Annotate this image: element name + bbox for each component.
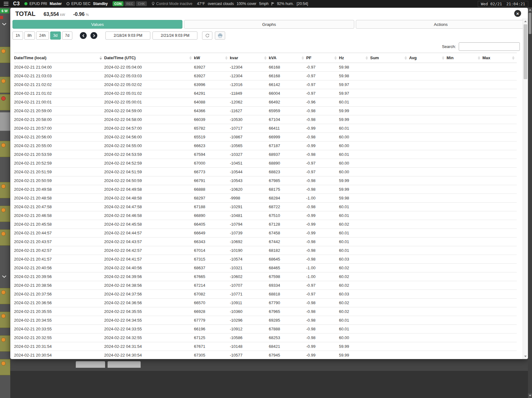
table-row[interactable]: 2024-02-21 20:51:592024-02-22 04:51:5966… (14, 168, 517, 176)
table-row[interactable]: 2024-02-21 20:42:572024-02-22 04:42:5767… (14, 246, 517, 255)
table-row[interactable]: 2024-02-21 20:36:562024-02-22 04:36:5666… (14, 299, 517, 307)
status-epud-sec: EPUD SEC Standby (66, 2, 108, 6)
background-tab[interactable] (108, 361, 141, 368)
table-cell: -12016 (230, 80, 269, 89)
table-row[interactable]: 2024-02-21 20:30:542024-02-22 04:30:5467… (14, 351, 517, 359)
dashboard-tile[interactable] (0, 335, 10, 352)
scroll-up-icon[interactable] (528, 7, 532, 12)
table-row[interactable]: 2024-02-21 20:31:542024-02-22 04:31:5467… (14, 342, 517, 351)
dashboard-tile[interactable] (0, 229, 10, 246)
table-row[interactable]: 2024-02-21 20:39:562024-02-22 04:39:5667… (14, 272, 517, 281)
range-button-1h[interactable]: 1h (12, 31, 23, 40)
next-button[interactable] (90, 32, 97, 39)
scroll-up-icon[interactable] (523, 19, 528, 24)
column-header-min[interactable]: Min (447, 53, 482, 63)
dashboard-tile[interactable] (0, 206, 10, 222)
table-row[interactable]: 2024-02-21 20:40:562024-02-22 04:40:5668… (14, 264, 517, 272)
app-logo[interactable]: C3 (13, 1, 20, 7)
column-header-hz[interactable]: Hz (339, 53, 370, 63)
table-row[interactable]: 2024-02-21 20:37:562024-02-22 04:37:5667… (14, 290, 517, 299)
table-cell: 67187 (269, 141, 306, 150)
table-row[interactable]: 2024-02-21 20:49:582024-02-22 04:49:5866… (14, 185, 517, 194)
dashboard-tile[interactable] (0, 182, 10, 198)
table-row[interactable]: 2024-02-21 20:52:592024-02-22 04:52:5967… (14, 159, 517, 168)
range-button-7d[interactable]: 7d (62, 31, 73, 40)
tab-values[interactable]: Values (12, 20, 182, 29)
table-row[interactable]: 2024-02-21 20:34:552024-02-22 04:34:5567… (14, 316, 517, 325)
refresh-button[interactable] (202, 31, 212, 40)
table-row[interactable]: 2024-02-21 20:45:582024-02-22 04:45:5866… (14, 220, 517, 229)
export-button[interactable] (215, 31, 225, 40)
dashboard-tile[interactable] (0, 288, 10, 304)
table-row[interactable]: 2024-02-21 20:50:592024-02-22 04:50:5966… (14, 176, 517, 185)
table-row[interactable]: 2024-02-21 20:53:592024-02-22 04:53:5967… (14, 150, 517, 159)
column-header-date-time-local[interactable]: Date/Time (local) (14, 53, 104, 63)
table-row[interactable]: 2024-02-21 20:48:582024-02-22 04:48:5868… (14, 194, 517, 203)
table-row[interactable]: 2024-02-21 20:58:002024-02-22 04:58:0066… (14, 115, 517, 124)
table-row[interactable]: 2024-02-21 21:00:012024-02-22 05:00:0164… (14, 98, 517, 107)
dashboard-tile[interactable] (0, 94, 10, 110)
table-row[interactable]: 2024-02-21 21:01:022024-02-22 05:01:0264… (14, 89, 517, 98)
collapse-chevron-icon[interactable] (2, 274, 7, 279)
table-row[interactable]: 2024-02-21 21:02:022024-02-22 05:02:0263… (14, 80, 517, 89)
end-date-input[interactable]: 2/21/24 9:03 PM (152, 31, 197, 40)
table-cell: 60.03 (339, 255, 370, 264)
dashboard-tile[interactable] (0, 312, 10, 328)
column-header-max[interactable]: Max (482, 53, 517, 63)
table-cell: 2024-02-22 04:39:56 (104, 272, 194, 281)
table-cell: -12304 (230, 63, 269, 72)
table-row[interactable]: 2024-02-21 20:59:002024-02-22 04:59:0064… (14, 107, 517, 115)
table-row[interactable]: 2024-02-21 21:03:032024-02-22 05:03:0363… (14, 72, 517, 80)
column-header-kvar[interactable]: kvar (230, 53, 269, 63)
background-tab[interactable] (76, 361, 105, 368)
column-header-sum[interactable]: Sum (370, 53, 409, 63)
prev-button[interactable] (80, 32, 87, 39)
table-cell (409, 333, 447, 342)
table-row[interactable]: 2024-02-21 21:04:002024-02-22 05:04:0063… (14, 63, 517, 72)
table-row[interactable]: 2024-02-21 20:35:552024-02-22 04:35:5566… (14, 307, 517, 316)
dashboard-tile[interactable] (0, 359, 10, 375)
table-row[interactable]: 2024-02-21 20:33:552024-02-22 04:33:5566… (14, 325, 517, 333)
dashboard-tile[interactable] (0, 77, 10, 93)
column-header-kw[interactable]: kW (194, 53, 230, 63)
table-row[interactable]: 2024-02-21 20:46:582024-02-22 04:46:5866… (14, 211, 517, 220)
table-row[interactable]: 2024-02-21 20:32:552024-02-22 04:32:5567… (14, 333, 517, 342)
scroll-down-icon[interactable] (528, 393, 532, 398)
column-header-kva[interactable]: kVA (269, 53, 306, 63)
column-header-avg[interactable]: Avg (409, 53, 447, 63)
collapse-chevron-icon[interactable] (2, 21, 7, 27)
table-cell (370, 89, 409, 98)
table-row[interactable]: 2024-02-21 20:44:572024-02-22 04:44:5766… (14, 229, 517, 237)
tab-actions[interactable]: Actions (356, 20, 526, 29)
dashboard-tile[interactable] (0, 47, 10, 63)
table-row[interactable]: 2024-02-21 20:56:002024-02-22 04:56:0065… (14, 133, 517, 141)
dashboard-tile[interactable] (0, 141, 10, 157)
column-header-date-time-utc[interactable]: Date/Time (UTC) (104, 53, 194, 63)
table-row[interactable]: 2024-02-21 20:57:002024-02-22 04:57:0065… (14, 124, 517, 133)
table-cell: -10586 (230, 333, 269, 342)
column-header-pf[interactable]: PF (306, 53, 339, 63)
range-button-8h[interactable]: 8h (24, 31, 35, 40)
table-cell (482, 133, 517, 141)
menu-icon[interactable] (4, 2, 8, 6)
table-row[interactable]: 2024-02-21 20:41:572024-02-22 04:41:5767… (14, 255, 517, 264)
range-button-3d[interactable]: 3d (50, 31, 61, 40)
page-scroll-thumb[interactable] (529, 13, 531, 34)
page-scrollbar[interactable] (528, 7, 532, 398)
close-button[interactable]: × (514, 10, 521, 17)
table-cell (370, 211, 409, 220)
table-row[interactable]: 2024-02-21 20:55:002024-02-22 04:55:0066… (14, 141, 517, 150)
table-scrollbar[interactable] (523, 18, 528, 359)
table-row[interactable]: 2024-02-21 20:43:572024-02-22 04:43:5766… (14, 237, 517, 246)
table-row[interactable]: 2024-02-21 20:38:562024-02-22 04:38:5667… (14, 281, 517, 290)
search-input[interactable] (459, 42, 520, 51)
range-button-24h[interactable]: 24h (36, 31, 49, 40)
table-cell: 2024-02-22 04:36:56 (104, 299, 194, 307)
scroll-down-icon[interactable] (523, 354, 528, 359)
table-scroll-thumb[interactable] (524, 24, 527, 79)
table-row[interactable]: 2024-02-21 20:47:582024-02-22 04:47:5867… (14, 203, 517, 211)
tab-graphs[interactable]: Graphs (184, 20, 354, 29)
table-cell: -9998 (230, 194, 269, 203)
dashboard-tile[interactable] (0, 112, 10, 131)
start-date-input[interactable]: 2/18/24 9:03 PM (105, 31, 150, 40)
